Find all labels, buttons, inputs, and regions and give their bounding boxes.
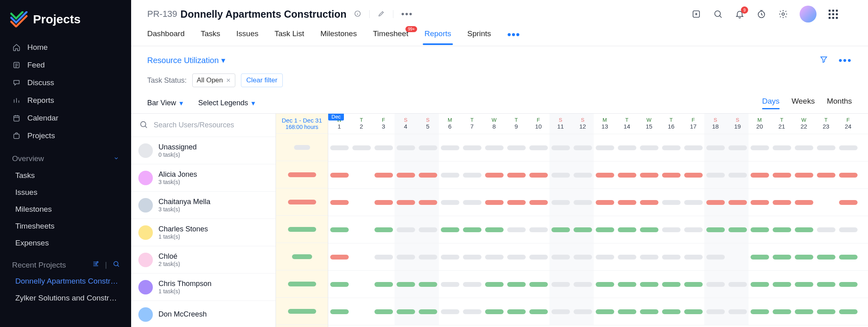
timeline-cell	[461, 161, 483, 188]
timeline-cell	[594, 161, 616, 188]
sidebar-nav-discuss[interactable]: Discuss	[0, 74, 131, 92]
legends-dropdown[interactable]: Select Legends ▾	[198, 99, 255, 108]
filter-icon[interactable]	[819, 55, 828, 65]
sidebar-nav-reports[interactable]: Reports	[0, 92, 131, 109]
day-of-week: T	[815, 117, 837, 123]
edit-icon[interactable]	[378, 10, 385, 18]
utilization-segment	[728, 227, 747, 232]
recent-project-item[interactable]: Zylker Solutions and Construction	[0, 290, 131, 307]
bell-icon[interactable]: 9	[734, 9, 745, 19]
utilization-segment	[397, 200, 415, 205]
resource-row[interactable]: Alicia Jones3 task(s)	[131, 164, 276, 192]
overview-section-header[interactable]: Overview	[0, 145, 131, 167]
timeline-cell	[771, 298, 793, 325]
timeline-cell	[350, 134, 372, 161]
utilization-segment	[419, 255, 437, 260]
sidebar-nav-feed[interactable]: Feed	[0, 56, 131, 74]
close-icon[interactable]: ✕	[226, 77, 231, 84]
chip-label: All Open	[197, 76, 223, 84]
utilization-segment	[817, 309, 835, 314]
bar-view-dropdown[interactable]: Bar View ▾	[147, 99, 183, 108]
timeline-cell	[815, 161, 837, 188]
avatar	[138, 253, 153, 267]
timeline-cell	[726, 271, 749, 298]
timeline-cell	[483, 216, 505, 243]
utilization-segment	[330, 255, 349, 260]
tab-issues[interactable]: Issues	[237, 29, 259, 45]
timeline-cell	[594, 134, 616, 161]
timeline-cell	[815, 298, 837, 325]
tab-dashboard[interactable]: Dashboard	[147, 29, 185, 45]
svg-rect-2	[14, 134, 19, 139]
utilization-segment	[706, 309, 725, 314]
timeline-cell	[638, 243, 660, 270]
scale-weeks[interactable]: Weeks	[792, 97, 815, 109]
day-number: 12	[572, 123, 594, 130]
chevron-down-icon: ▾	[179, 99, 183, 108]
overview-item-timesheets[interactable]: Timesheets	[0, 218, 131, 235]
tab-reports[interactable]: Reports	[424, 29, 451, 45]
timeline-cell	[837, 243, 859, 270]
utilization-segment	[485, 309, 504, 314]
scale-months[interactable]: Months	[827, 97, 852, 109]
more-icon[interactable]: •••	[839, 55, 852, 65]
timeline-cell	[616, 243, 638, 270]
resource-row[interactable]: Charles Stones1 task(s)	[131, 219, 276, 246]
resource-search	[131, 114, 276, 137]
tab-tasks[interactable]: Tasks	[201, 29, 220, 45]
resource-row[interactable]: Unassigned0 task(s)	[131, 137, 276, 164]
timeline-cell	[527, 216, 549, 243]
resource-row[interactable]: Don McCreesh	[131, 301, 276, 327]
gear-icon[interactable]	[778, 9, 788, 19]
day-header: T2	[350, 114, 372, 134]
search-icon[interactable]	[113, 260, 120, 270]
recent-project-item[interactable]: Donnelly Apartments Construction	[0, 273, 131, 290]
timeline[interactable]: Dec W1T2F3S4S5M6T7W8T9F10S11S12M13T14W15…	[328, 114, 868, 327]
report-type-dropdown[interactable]: Resource Utilization ▾	[147, 55, 225, 65]
avatar	[138, 225, 153, 240]
overview-item-expenses[interactable]: Expenses	[0, 235, 131, 251]
info-icon[interactable]	[354, 10, 361, 18]
resource-row[interactable]: Chloé2 task(s)	[131, 246, 276, 274]
divider	[393, 10, 393, 18]
sidebar-nav-projects[interactable]: Projects	[0, 127, 131, 145]
tabs-more-icon[interactable]: •••	[507, 28, 520, 46]
resource-search-input[interactable]	[154, 121, 267, 129]
tab-milestones[interactable]: Milestones	[320, 29, 357, 45]
utilization-segment	[596, 200, 614, 205]
utilization-segment	[684, 227, 703, 232]
tab-sprints[interactable]: Sprints	[467, 29, 491, 45]
sidebar-nav-home[interactable]: Home	[0, 39, 131, 56]
overview-item-milestones[interactable]: Milestones	[0, 201, 131, 218]
add-icon[interactable]	[691, 9, 701, 19]
day-header: M20	[749, 114, 771, 134]
overview-item-tasks[interactable]: Tasks	[0, 167, 131, 184]
sliders-icon[interactable]	[92, 260, 99, 270]
resource-row[interactable]: Chaitanya Mella3 task(s)	[131, 192, 276, 219]
clear-filter-button[interactable]: Clear filter	[241, 74, 282, 87]
utilization-segment	[618, 145, 636, 150]
utilization-segment	[596, 227, 614, 232]
timer-icon[interactable]	[756, 9, 767, 19]
scale-days[interactable]: Days	[762, 97, 780, 109]
utilization-segment	[463, 255, 481, 260]
day-of-week: S	[726, 117, 749, 123]
utilization-segment	[706, 282, 725, 287]
tab-task-list[interactable]: Task List	[274, 29, 304, 45]
timeline-cell	[350, 298, 372, 325]
svg-point-5	[114, 262, 118, 266]
tab-timesheet[interactable]: Timesheet99+	[373, 29, 408, 45]
resource-row[interactable]: Chris Thompson1 task(s)	[131, 274, 276, 301]
task-status-chip[interactable]: All Open ✕	[192, 74, 235, 87]
day-header: T14	[616, 114, 638, 134]
more-icon[interactable]: •••	[401, 9, 413, 19]
apps-grid-icon[interactable]	[828, 9, 838, 19]
user-avatar[interactable]	[800, 6, 817, 22]
day-header: S18	[704, 114, 726, 134]
timeline-cell	[439, 298, 461, 325]
search-icon[interactable]	[713, 9, 723, 19]
day-header: S11	[549, 114, 572, 134]
sidebar-nav-calendar[interactable]: Calendar	[0, 109, 131, 127]
utilization-segment	[441, 282, 459, 287]
overview-item-issues[interactable]: Issues	[0, 184, 131, 201]
